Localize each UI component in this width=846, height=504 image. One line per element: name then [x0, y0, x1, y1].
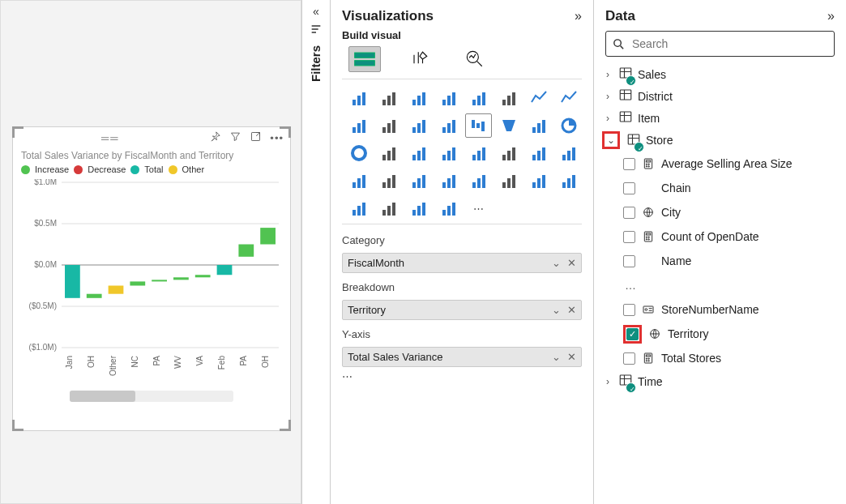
- viz-type-stacked-column[interactable]: [465, 86, 492, 110]
- viz-type-waterfall[interactable]: [465, 113, 492, 138]
- viz-type-stacked-bar[interactable]: [345, 86, 372, 110]
- table-district[interactable]: ›District: [600, 85, 840, 107]
- field-count of opendate[interactable]: Count of OpenDate: [623, 224, 840, 249]
- viz-type-map[interactable]: [405, 141, 432, 165]
- viz-type-scatter[interactable]: [525, 113, 552, 138]
- well-category-label: Category: [342, 229, 582, 246]
- build-visual-tab[interactable]: [348, 46, 381, 72]
- chevron-down-icon[interactable]: ⌄: [552, 257, 561, 269]
- table-store[interactable]: ⌄Store: [600, 129, 840, 152]
- viz-type-ribbon[interactable]: [435, 113, 462, 138]
- svg-rect-114: [537, 178, 540, 188]
- analytics-tab[interactable]: [459, 46, 491, 72]
- checkbox[interactable]: ✓: [626, 328, 639, 340]
- drag-handle-icon[interactable]: ══: [19, 132, 201, 144]
- table-time[interactable]: ›Time: [600, 370, 840, 392]
- viz-type-power-apps[interactable]: [375, 196, 402, 220]
- field-chain[interactable]: Chain: [623, 176, 840, 200]
- more-wells-icon[interactable]: ⋯: [331, 367, 593, 386]
- field-storenumbername[interactable]: StoreNumberName: [623, 297, 840, 322]
- well-breakdown-label: Breakdown: [342, 276, 582, 293]
- visual-waterfall-card[interactable]: ══ ••• Total Sales Variance by FiscalMon…: [12, 126, 291, 431]
- report-canvas[interactable]: ══ ••• Total Sales Variance by FiscalMon…: [0, 0, 301, 504]
- remove-field-icon[interactable]: ✕: [567, 257, 576, 269]
- data-pane-title: Data: [605, 8, 635, 24]
- well-breakdown-field[interactable]: Territory ⌄✕: [342, 300, 582, 320]
- viz-type-paginated[interactable]: [345, 196, 372, 220]
- field-city[interactable]: City: [623, 200, 840, 224]
- viz-type-treemap[interactable]: [375, 141, 402, 165]
- field-more-icon[interactable]: …: [623, 273, 840, 297]
- table-sales[interactable]: ›Sales: [600, 63, 840, 85]
- collapse-data-icon[interactable]: »: [827, 9, 835, 23]
- well-yaxis-label: Y-axis: [342, 323, 582, 340]
- svg-rect-51: [507, 96, 511, 105]
- table-item[interactable]: ›Item: [600, 107, 840, 129]
- well-yaxis-field[interactable]: Total Sales Variance ⌄✕: [342, 347, 582, 367]
- chevron-down-icon[interactable]: ⌄: [552, 304, 561, 316]
- viz-type-smart-narrative[interactable]: [435, 196, 462, 220]
- chevron-down-icon[interactable]: ⌄: [552, 351, 561, 363]
- checkbox[interactable]: [623, 158, 635, 170]
- viz-type-stacked-column-100[interactable]: [495, 86, 522, 110]
- filters-pane-collapsed[interactable]: « Filters: [301, 0, 331, 504]
- viz-type-power-automate[interactable]: [405, 196, 432, 220]
- focus-mode-icon[interactable]: [250, 130, 262, 145]
- viz-type-gauge[interactable]: [495, 141, 522, 165]
- well-category-field[interactable]: FiscalMonth ⌄✕: [342, 253, 582, 273]
- viz-type-stacked-bar-100[interactable]: [405, 86, 432, 110]
- svg-rect-124: [392, 203, 395, 216]
- viz-type-funnel[interactable]: [495, 113, 522, 138]
- checkbox[interactable]: [623, 352, 635, 365]
- visualizations-pane: Visualizations » Build visual ⋯ Category…: [331, 0, 594, 504]
- collapse-visualizations-icon[interactable]: »: [575, 9, 582, 23]
- viz-type-card[interactable]: [525, 141, 552, 165]
- pin-icon[interactable]: [209, 130, 221, 145]
- field-name[interactable]: Name: [623, 249, 840, 273]
- field-average selling area size[interactable]: Average Selling Area Size: [623, 152, 840, 176]
- expand-filters-icon[interactable]: «: [302, 0, 330, 18]
- viz-type-key-influencers[interactable]: [495, 169, 522, 193]
- svg-rect-35: [352, 100, 356, 105]
- remove-field-icon[interactable]: ✕: [567, 304, 576, 316]
- viz-type-stacked-area[interactable]: [345, 113, 372, 138]
- viz-type-kpi[interactable]: [555, 141, 582, 165]
- viz-type-azure-map[interactable]: [465, 141, 492, 165]
- format-visual-tab[interactable]: [404, 46, 436, 72]
- viz-type-slicer[interactable]: [345, 169, 372, 193]
- svg-point-140: [646, 166, 647, 167]
- checkbox[interactable]: [623, 255, 635, 267]
- viz-type-matrix[interactable]: [405, 169, 432, 193]
- field-territory[interactable]: ✓Territory: [623, 322, 840, 346]
- viz-type-q-and-a[interactable]: [525, 169, 552, 193]
- viz-type-filled-map[interactable]: [435, 141, 462, 165]
- viz-type-py-visual[interactable]: [465, 169, 492, 193]
- checkbox[interactable]: [623, 231, 635, 243]
- viz-type-table[interactable]: [375, 169, 402, 193]
- viz-type-decomposition[interactable]: [555, 169, 582, 193]
- svg-rect-95: [352, 182, 356, 188]
- checkbox[interactable]: [623, 207, 635, 219]
- viz-type-line[interactable]: [525, 86, 552, 110]
- filter-icon[interactable]: [229, 130, 241, 145]
- viz-type-clustered-bar[interactable]: [375, 86, 402, 110]
- viz-type-pie[interactable]: [555, 113, 582, 138]
- svg-point-138: [646, 164, 647, 164]
- checkbox[interactable]: [623, 304, 635, 316]
- viz-type-more[interactable]: ⋯: [465, 196, 492, 220]
- svg-rect-88: [512, 147, 515, 160]
- viz-type-area[interactable]: [555, 86, 582, 110]
- remove-field-icon[interactable]: ✕: [567, 351, 576, 363]
- viz-type-clustered-column[interactable]: [435, 86, 462, 110]
- viz-type-line-column[interactable]: [375, 113, 402, 138]
- viz-type-donut[interactable]: [345, 141, 372, 165]
- field-search[interactable]: [605, 31, 835, 57]
- viz-type-line-column-stacked[interactable]: [405, 113, 432, 138]
- field-search-input[interactable]: [630, 36, 828, 51]
- chart-horizontal-scrollbar[interactable]: [70, 391, 233, 402]
- checkbox[interactable]: [623, 182, 635, 194]
- field-total stores[interactable]: Total Stores: [623, 346, 840, 370]
- viz-type-r-visual[interactable]: [435, 169, 462, 193]
- svg-rect-118: [572, 175, 575, 188]
- svg-rect-132: [620, 68, 631, 78]
